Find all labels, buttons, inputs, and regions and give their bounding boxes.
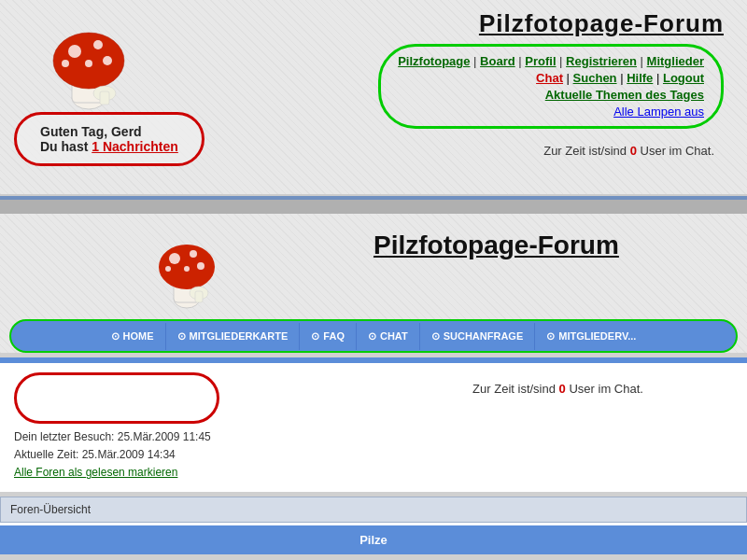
nav-logout[interactable]: Logout bbox=[663, 71, 704, 85]
section-divider bbox=[0, 200, 747, 214]
visit-info: Dein letzter Besuch: 25.Mär.2009 11:45 A… bbox=[14, 428, 364, 483]
nav-board[interactable]: Board bbox=[480, 54, 515, 68]
nav-profil[interactable]: Profil bbox=[525, 54, 556, 68]
suchanfrage-icon: ⊙ bbox=[431, 330, 440, 343]
current-time: Aktuelle Zeit: 25.Mär.2009 14:34 bbox=[14, 446, 364, 464]
nav-aktuelle[interactable]: Aktuelle Themen des Tages bbox=[545, 88, 704, 102]
chat-status-bottom-prefix: Zur Zeit ist/sind bbox=[472, 382, 556, 396]
nav-bar: ⊙ HOME ⊙ MITGLIEDERKARTE ⊙ FAQ ⊙ CHAT ⊙ … bbox=[9, 319, 738, 353]
nav-mitgliederkarte[interactable]: ⊙ MITGLIEDERKARTE bbox=[166, 323, 301, 350]
nav-hilfe[interactable]: Hilfe bbox=[627, 71, 653, 85]
chat-count-bottom: 0 bbox=[559, 382, 566, 396]
left-content: Dein letzter Besuch: 25.Mär.2009 11:45 A… bbox=[14, 372, 364, 483]
nav-suchanfrage-label: SUCHANFRAGE bbox=[444, 330, 524, 342]
nav-faq[interactable]: ⊙ FAQ bbox=[300, 323, 357, 350]
welcome-msg-link[interactable]: 1 Nachrichten bbox=[92, 139, 178, 154]
bottom-logo-area bbox=[0, 221, 374, 315]
nav-mitglieder[interactable]: Mitglieder bbox=[647, 54, 704, 68]
svg-point-14 bbox=[169, 253, 180, 264]
bottom-section: Pilzfotopage-Forum ⊙ HOME ⊙ MITGLIEDERKA… bbox=[0, 214, 747, 353]
logo-area bbox=[14, 9, 163, 112]
svg-point-18 bbox=[197, 262, 204, 270]
nav-suchen[interactable]: Suchen bbox=[573, 71, 617, 85]
chat-status-suffix: User im Chat. bbox=[641, 144, 714, 158]
svg-point-7 bbox=[103, 56, 112, 65]
mushroom-logo-top bbox=[47, 9, 131, 112]
chat-status-top: Zur Zeit ist/sind 0 User im Chat. bbox=[163, 144, 724, 158]
nav-chat-bar[interactable]: ⊙ CHAT bbox=[357, 323, 420, 350]
mitgliederv-icon: ⊙ bbox=[546, 330, 555, 343]
home-icon: ⊙ bbox=[111, 330, 120, 343]
red-oval-annotation bbox=[14, 372, 219, 424]
welcome-greeting: Guten Tag, Gerd bbox=[40, 124, 178, 139]
svg-rect-20 bbox=[195, 291, 203, 302]
nav-home-label: HOME bbox=[123, 330, 154, 342]
bottom-site-title: Pilzfotopage-Forum bbox=[374, 221, 747, 260]
bottom-header: Pilzfotopage-Forum bbox=[0, 214, 747, 315]
chat-status-bottom-suffix: User im Chat. bbox=[569, 382, 642, 396]
nav-mitgliederv-label: MITGLIEDERV... bbox=[558, 330, 636, 342]
nav-chat[interactable]: Chat bbox=[536, 71, 563, 85]
content-area: Dein letzter Besuch: 25.Mär.2009 11:45 A… bbox=[0, 363, 747, 492]
faq-icon: ⊙ bbox=[311, 330, 319, 343]
last-visit: Dein letzter Besuch: 25.Mär.2009 11:45 bbox=[14, 428, 364, 446]
nav-pilzfotopage[interactable]: Pilzfotopage bbox=[398, 54, 470, 68]
pilze-label: Pilze bbox=[359, 533, 388, 547]
welcome-oval: Guten Tag, Gerd Du hast 1 Nachrichten bbox=[14, 112, 204, 166]
welcome-prefix: Du hast bbox=[40, 139, 88, 154]
nav-oval: Pilzfotopage | Board | Profil | Registri… bbox=[378, 44, 724, 129]
foren-header-label: Foren-Übersicht bbox=[10, 503, 91, 516]
welcome-message: Du hast 1 Nachrichten bbox=[40, 139, 178, 154]
svg-point-16 bbox=[184, 266, 190, 272]
nav-line2: Chat | Suchen | Hilfe | Logout bbox=[398, 71, 704, 85]
nav-line1: Pilzfotopage | Board | Profil | Registri… bbox=[398, 54, 704, 68]
svg-rect-10 bbox=[100, 91, 109, 105]
svg-point-6 bbox=[62, 60, 69, 67]
svg-point-4 bbox=[93, 40, 103, 49]
site-title: Pilzfotopage-Forum bbox=[163, 9, 724, 38]
mark-read-link[interactable]: Alle Foren als gelesen markieren bbox=[14, 466, 177, 479]
svg-point-15 bbox=[190, 250, 197, 258]
svg-point-17 bbox=[165, 266, 171, 272]
right-content: Zur Zeit ist/sind 0 User im Chat. bbox=[383, 372, 733, 483]
foren-header: Foren-Übersicht bbox=[0, 497, 747, 523]
nav-line3: Aktuelle Themen des Tages bbox=[398, 88, 704, 102]
svg-point-3 bbox=[68, 45, 81, 58]
svg-point-5 bbox=[85, 60, 92, 67]
nav-chat-bar-label: CHAT bbox=[380, 330, 408, 342]
nav-registrieren[interactable]: Registrieren bbox=[566, 54, 637, 68]
chat-count-top: 0 bbox=[630, 144, 637, 158]
nav-faq-label: FAQ bbox=[323, 330, 345, 342]
nav-line4: Alle Lampen aus bbox=[398, 105, 704, 119]
nav-lampen[interactable]: Alle Lampen aus bbox=[613, 105, 704, 119]
top-section: Pilzfotopage-Forum Pilzfotopage | Board … bbox=[0, 0, 747, 196]
nav-mitgliederkarte-label: MITGLIEDERKARTE bbox=[190, 330, 289, 342]
nav-suchanfrage[interactable]: ⊙ SUCHANFRAGE bbox=[420, 323, 536, 350]
mushroom-logo-bottom bbox=[154, 226, 219, 310]
chat-status-prefix: Zur Zeit ist/sind bbox=[543, 144, 627, 158]
mark-read[interactable]: Alle Foren als gelesen markieren bbox=[14, 464, 364, 482]
foren-section: Foren-Übersicht Pilze bbox=[0, 497, 747, 554]
pilze-bar[interactable]: Pilze bbox=[0, 525, 747, 554]
mitgliederkarte-icon: ⊙ bbox=[177, 330, 186, 343]
chat-icon: ⊙ bbox=[368, 330, 376, 343]
site-title-nav: Pilzfotopage-Forum Pilzfotopage | Board … bbox=[163, 9, 733, 158]
nav-mitgliederv[interactable]: ⊙ MITGLIEDERV... bbox=[535, 323, 647, 350]
nav-home[interactable]: ⊙ HOME bbox=[100, 323, 166, 350]
